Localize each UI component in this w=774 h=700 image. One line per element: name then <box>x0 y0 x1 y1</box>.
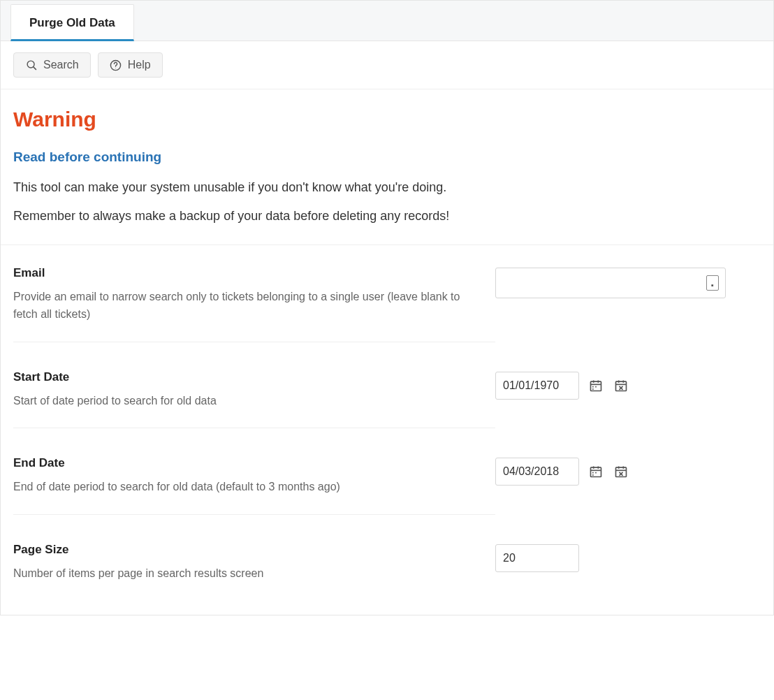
calendar-icon[interactable] <box>587 377 604 394</box>
start-date-help: Start of date period to search for old d… <box>13 393 474 410</box>
row-email-right: ▪ <box>495 266 761 342</box>
start-date-label: Start Date <box>13 370 474 384</box>
search-icon <box>25 59 38 71</box>
warning-subtitle: Read before continuing <box>13 150 761 165</box>
row-page-size: Page Size Number of items per page in se… <box>1 515 773 601</box>
page-size-field[interactable] <box>495 544 579 572</box>
svg-rect-11 <box>616 381 627 391</box>
svg-rect-24 <box>616 468 627 477</box>
row-end-date: End Date End of date period to search fo… <box>1 428 773 515</box>
page-container: Purge Old Data Search Help Warn <box>0 0 774 615</box>
svg-line-1 <box>33 66 36 69</box>
form-area: Email Provide an email to narrow search … <box>1 245 773 615</box>
tab-label: Purge Old Data <box>29 16 115 29</box>
tab-bar: Purge Old Data <box>1 1 773 41</box>
search-button-label: Search <box>43 59 79 71</box>
calendar-icon[interactable] <box>587 463 604 480</box>
svg-rect-22 <box>595 472 597 474</box>
tab-purge-old-data[interactable]: Purge Old Data <box>10 4 134 41</box>
row-start-date: Start Date Start of date period to searc… <box>1 342 773 429</box>
search-button[interactable]: Search <box>13 52 91 78</box>
clear-date-icon[interactable] <box>613 463 629 480</box>
page-size-label: Page Size <box>13 543 474 557</box>
svg-rect-9 <box>595 386 597 387</box>
row-page-size-left: Page Size Number of items per page in se… <box>13 543 495 601</box>
start-date-field[interactable] <box>495 372 579 400</box>
warning-title: Warning <box>13 108 761 131</box>
email-field[interactable] <box>495 268 726 298</box>
row-start-date-left: Start Date Start of date period to searc… <box>13 370 495 429</box>
end-date-group <box>495 458 761 486</box>
page-size-help: Number of items per page in search resul… <box>13 565 474 583</box>
row-page-size-right <box>495 543 761 601</box>
end-date-help: End of date period to search for old dat… <box>13 479 474 496</box>
email-input-wrap: ▪ <box>495 268 726 298</box>
row-email: Email Provide an email to narrow search … <box>1 249 773 342</box>
warning-text-2: Remember to always make a backup of your… <box>13 209 761 224</box>
start-date-group <box>495 372 761 400</box>
help-button[interactable]: Help <box>98 52 163 78</box>
toolbar: Search Help <box>1 41 773 89</box>
svg-rect-23 <box>592 475 594 476</box>
svg-point-0 <box>27 61 34 68</box>
row-email-left: Email Provide an email to narrow search … <box>13 266 495 342</box>
end-date-label: End Date <box>13 456 474 470</box>
warning-section: Warning Read before continuing This tool… <box>1 89 773 245</box>
end-date-field[interactable] <box>495 458 579 486</box>
contact-card-icon: ▪ <box>706 275 719 291</box>
email-label: Email <box>13 266 474 280</box>
row-end-date-left: End Date End of date period to search fo… <box>13 456 495 515</box>
svg-rect-10 <box>592 388 594 390</box>
help-icon <box>110 59 122 71</box>
warning-text-1: This tool can make your system unusable … <box>13 180 761 195</box>
row-start-date-right <box>495 370 761 429</box>
svg-rect-21 <box>592 472 594 474</box>
svg-point-3 <box>115 68 116 68</box>
row-end-date-right <box>495 456 761 515</box>
help-button-label: Help <box>128 59 151 71</box>
svg-rect-8 <box>592 386 594 387</box>
email-help: Provide an email to narrow search only t… <box>13 289 474 323</box>
clear-date-icon[interactable] <box>613 377 629 394</box>
